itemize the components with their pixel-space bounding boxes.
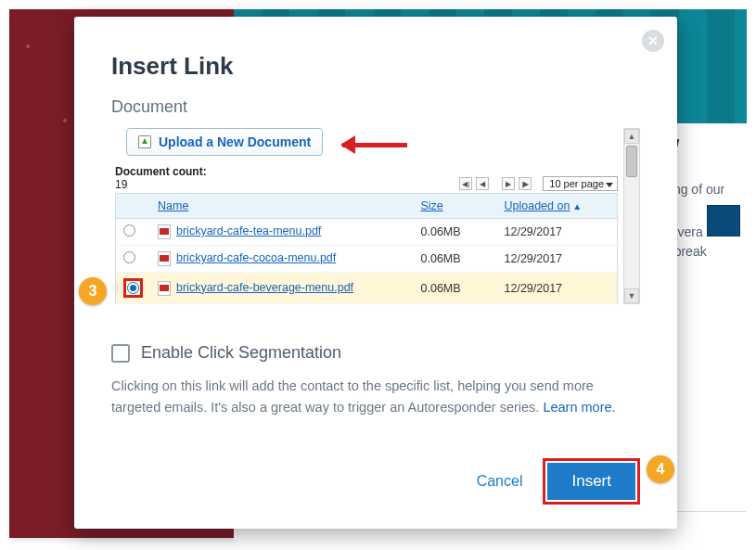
column-select	[116, 194, 151, 219]
pager-controls: ◀| ◀ ▶ |▶ 10 per page	[459, 176, 618, 191]
file-size: 0.06MB	[414, 219, 497, 246]
side-blue-button-fragment	[707, 205, 740, 237]
table-row[interactable]: brickyard-cafe-beverage-menu.pdf 0.06MB …	[116, 273, 618, 304]
upload-button-label: Upload a New Document	[159, 134, 311, 149]
upload-new-document-button[interactable]: Upload a New Document	[126, 128, 323, 156]
annotation-arrow	[342, 137, 416, 152]
file-link[interactable]: brickyard-cafe-tea-menu.pdf	[176, 224, 321, 237]
row-radio[interactable]	[123, 224, 135, 237]
pager-first-button[interactable]: ◀|	[459, 177, 472, 190]
click-segmentation-section: Enable Click Segmentation Clicking on th…	[111, 343, 640, 418]
segmentation-help-body: Clicking on this link will add the conta…	[111, 378, 594, 415]
annotation-highlight-box	[123, 278, 143, 298]
file-link[interactable]: brickyard-cafe-cocoa-menu.pdf	[176, 251, 336, 264]
documents-table: Name Size Uploaded on ▲ brickyard-cafe-t…	[115, 193, 618, 304]
scroll-up-arrow[interactable]: ▲	[624, 129, 639, 144]
table-row[interactable]: brickyard-cafe-cocoa-menu.pdf 0.06MB 12/…	[116, 246, 618, 273]
file-size: 0.06MB	[414, 246, 497, 273]
segmentation-help-text: Clicking on this link will add the conta…	[111, 376, 640, 418]
modal-title: Insert Link	[111, 52, 640, 81]
pdf-icon	[158, 251, 171, 266]
file-uploaded: 12/29/2017	[497, 219, 618, 246]
modal-footer: Cancel Insert	[468, 458, 640, 505]
file-link[interactable]: brickyard-cafe-beverage-menu.pdf	[176, 281, 353, 294]
document-count-wrapper: Document count: 19	[115, 165, 207, 191]
scroll-down-arrow[interactable]: ▼	[624, 288, 639, 303]
file-uploaded: 12/29/2017	[497, 273, 618, 304]
insert-link-modal: ✕ Insert Link Document Upload a New Docu…	[74, 17, 677, 529]
column-size-link[interactable]: Size	[421, 199, 443, 212]
enable-segmentation-checkbox[interactable]	[111, 344, 130, 363]
document-count-label: Document count:	[115, 165, 207, 178]
pager-last-button[interactable]: |▶	[519, 177, 532, 190]
pdf-icon	[158, 281, 171, 296]
column-uploaded-header[interactable]: Uploaded on ▲	[497, 194, 618, 219]
column-uploaded-link[interactable]: Uploaded on	[505, 199, 570, 212]
annotation-highlight-box: Insert	[543, 458, 640, 505]
close-button[interactable]: ✕	[642, 30, 664, 52]
cancel-button[interactable]: Cancel	[468, 466, 532, 497]
column-size-header[interactable]: Size	[414, 194, 497, 219]
enable-segmentation-label: Enable Click Segmentation	[141, 343, 341, 363]
learn-more-link[interactable]: Learn more.	[543, 400, 615, 415]
per-page-select[interactable]: 10 per page	[543, 176, 618, 191]
file-size: 0.06MB	[414, 273, 497, 304]
file-uploaded: 12/29/2017	[497, 246, 618, 273]
row-radio[interactable]	[127, 282, 139, 294]
document-picker-frame: Upload a New Document Document count: 19…	[115, 128, 640, 304]
row-radio[interactable]	[123, 251, 135, 263]
annotation-step-4: 4	[647, 455, 674, 483]
column-name-link[interactable]: Name	[158, 199, 188, 212]
pdf-icon	[158, 224, 171, 239]
table-row[interactable]: brickyard-cafe-tea-menu.pdf 0.06MB 12/29…	[116, 219, 618, 246]
insert-button[interactable]: Insert	[547, 463, 635, 500]
scrollbar[interactable]: ▲ ▼	[623, 128, 640, 304]
pager-next-button[interactable]: ▶	[502, 177, 515, 190]
document-count-value: 19	[115, 178, 127, 191]
scroll-thumb[interactable]	[626, 146, 637, 177]
document-section-label: Document	[111, 97, 640, 117]
column-name-header[interactable]: Name	[150, 194, 414, 219]
upload-icon	[138, 135, 151, 148]
close-icon: ✕	[647, 33, 659, 48]
pager-prev-button[interactable]: ◀	[476, 177, 489, 190]
sort-asc-icon: ▲	[570, 201, 582, 211]
annotation-step-3: 3	[79, 277, 107, 305]
per-page-value: 10 per page	[549, 178, 604, 189]
